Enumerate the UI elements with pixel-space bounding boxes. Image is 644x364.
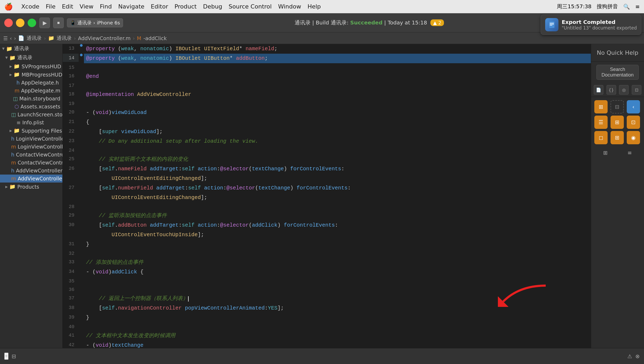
inspector-tab-code[interactable]: {} (607, 85, 616, 95)
stop-button[interactable]: ■ (53, 18, 64, 28)
widget-viewcontroller[interactable]: ⊞ (594, 100, 608, 113)
menu-window[interactable]: Window (278, 3, 301, 10)
warning-badge[interactable]: ▲ 2 (430, 19, 444, 26)
grid-view-icon[interactable]: ⊞ (603, 150, 608, 156)
breakpoint-circle[interactable] (79, 44, 84, 47)
code-line-33[interactable]: 33 // 添加按钮的点击事件 (63, 258, 591, 267)
sidebar-item-root[interactable]: ▼ 📁 通讯录 (0, 44, 62, 53)
widget-imageview[interactable]: ◉ (627, 131, 640, 144)
menu-edit[interactable]: Edit (62, 3, 73, 10)
scheme-selector[interactable]: 📱 通讯录 › iPhone 6s (67, 18, 123, 27)
code-line-16[interactable]: 16 @end (63, 72, 591, 81)
code-line-27a[interactable]: 27 [self.numberField addTarget:self acti… (63, 183, 591, 193)
sidebar-item-tongxunlu[interactable]: ▼ 📁 通讯录 (0, 53, 62, 62)
code-line-42[interactable]: 42 - (void)textChange (63, 341, 591, 348)
sidebar-toggle-icon[interactable]: ☰ (3, 35, 8, 41)
sidebar-item-supporting-files[interactable]: ▶ 📁 Supporting Files (0, 126, 62, 135)
menu-find[interactable]: Find (100, 3, 112, 10)
sidebar-item-assets[interactable]: ⬡ Assets.xcassets (0, 103, 62, 111)
menu-navigate[interactable]: Navigate (118, 3, 145, 10)
menubar-search-icon[interactable]: 🔍 (623, 3, 630, 10)
breadcrumb-method[interactable]: -addClick (143, 35, 167, 41)
menu-debug[interactable]: Debug (203, 3, 222, 10)
minimize-button[interactable] (16, 19, 24, 27)
list-view-icon[interactable]: ≡ (628, 150, 632, 156)
code-line-26b: UIControlEventEditingChanged]; (63, 174, 591, 183)
play-button[interactable]: ▶ (39, 18, 50, 28)
menu-source-control[interactable]: Source Control (229, 3, 272, 10)
breakpoint-circle[interactable] (79, 54, 84, 56)
svg-rect-1 (550, 23, 554, 23)
code-line-25[interactable]: 25 // 实时监听两个文本框的内容的变化 (63, 155, 591, 164)
code-line-14[interactable]: 14 @property (weak, nonatomic) IBOutlet … (63, 54, 591, 63)
code-line-41[interactable]: 41 // 文本框中文本发生改变的时候调用 (63, 331, 591, 341)
menu-view[interactable]: View (80, 3, 94, 10)
maximize-button[interactable] (28, 19, 36, 27)
sidebar: ▼ 📁 通讯录 ▼ 📁 通讯录 ▶ 📁 SVProgressHUD ▶ 📁 MB… (0, 44, 63, 348)
widget-button[interactable]: ⊞ (611, 131, 624, 144)
code-line-23[interactable]: 23 // Do any additional setup after load… (63, 137, 591, 146)
expand-icon: ▶ (10, 65, 12, 68)
sidebar-item-main-storyboard[interactable]: ◫ Main.storyboard (0, 95, 62, 103)
error-icon[interactable]: ⊗ (635, 353, 640, 359)
menu-help[interactable]: Help (307, 3, 321, 10)
sidebar-item-addvc-h[interactable]: h AddViewController.h (0, 167, 62, 175)
breadcrumb-root[interactable]: 通讯录 (27, 35, 42, 42)
inspector-tab-file[interactable]: 📄 (594, 85, 603, 95)
widget-collectionview[interactable]: ⊞ (611, 116, 624, 129)
close-button[interactable] (4, 19, 13, 27)
sidebar-label: 通讯录 (14, 45, 29, 52)
sidebar-item-launch-storyboard[interactable]: ◫ LaunchScreen.storyboard (0, 111, 62, 118)
nav-forward-icon[interactable]: › (14, 35, 16, 41)
widget-view[interactable]: ◻ (594, 131, 608, 144)
code-line-38[interactable]: 38 [self.navigationController popViewCon… (63, 303, 591, 313)
build-status: 通讯录 | Build 通讯录: Succeeded | Today at 15… (126, 19, 613, 26)
add-file-button[interactable]: + (4, 353, 9, 360)
device-name: iPhone 6s (97, 20, 120, 26)
widget-tableview[interactable]: ☰ (594, 116, 608, 129)
breadcrumb-file[interactable]: AddViewController.m (78, 35, 130, 41)
menu-xcode[interactable]: Xcode (21, 3, 39, 10)
code-editor[interactable]: 13 @property (weak, nonatomic) IBOutlet … (63, 44, 591, 348)
code-line-30a[interactable]: 30 [self.addButton addTarget:self action… (63, 221, 591, 230)
sidebar-item-products[interactable]: ▶ 📁 Products (0, 183, 62, 191)
widget-scrollview[interactable]: ⊡ (627, 116, 640, 129)
sidebar-item-appdelegate-h[interactable]: h AppDelegate.h (0, 79, 62, 87)
widget-back[interactable]: ‹ (627, 100, 640, 113)
sidebar-item-addvc-m[interactable]: m AddViewController.m (0, 175, 62, 183)
menu-file[interactable]: File (46, 3, 56, 10)
sidebar-item-contactvc-h[interactable]: h ContactViewController.h (0, 151, 62, 159)
code-line-29[interactable]: 29 // 监听添加按钮的点击事件 (63, 211, 591, 221)
sidebar-item-contactvc-m[interactable]: m ContactViewController.m (0, 159, 62, 167)
menu-editor[interactable]: Editor (151, 3, 168, 10)
sidebar-item-mbprogress[interactable]: ▶ 📁 MBProgressHUD (0, 70, 62, 79)
code-line-18[interactable]: 18 @implementation AddViewController (63, 90, 591, 99)
code-line-20[interactable]: 20 - (void)viewDidLoad (63, 108, 591, 117)
editor-content[interactable]: 13 @property (weak, nonatomic) IBOutlet … (63, 44, 591, 348)
search-documentation-button[interactable]: Search Documentation (596, 65, 639, 80)
code-text (84, 249, 591, 250)
menubar-input-method[interactable]: 搜狗拼音 (597, 3, 618, 10)
sidebar-item-appdelegate-m[interactable]: m AppDelegate.m (0, 87, 62, 95)
right-panel: No Quick Help Search Documentation 📄 {} … (591, 44, 644, 348)
widget-outline[interactable]: ⊟ (611, 100, 624, 113)
sidebar-item-svprogress[interactable]: ▶ 📁 SVProgressHUD (0, 62, 62, 70)
inspector-tab-size[interactable]: ⊡ (632, 85, 641, 95)
menubar-wifi-icon: ≡ (635, 3, 640, 10)
sidebar-item-infoplist[interactable]: ≡ Info.plist (0, 118, 62, 126)
code-line-13[interactable]: 13 @property (weak, nonatomic) IBOutlet … (63, 44, 591, 54)
sidebar-item-loginvc-h[interactable]: h LoginViewController.h (0, 135, 62, 143)
menu-product[interactable]: Product (175, 3, 197, 10)
viewcontroller-icon: ⊞ (599, 104, 603, 110)
inspector-tab-attributes[interactable]: ◎ (619, 85, 629, 95)
code-line-26a[interactable]: 26 [self.nameField addTarget:self action… (63, 164, 591, 174)
code-line-22[interactable]: 22 [super viewDidLoad]; (63, 127, 591, 137)
nav-back-icon[interactable]: ‹ (10, 35, 12, 41)
breadcrumb-folder[interactable]: 通讯录 (57, 35, 72, 42)
apple-menu[interactable]: 🍎 (4, 3, 13, 11)
filter-icon[interactable]: ⊟ (12, 353, 16, 359)
code-line-37[interactable]: 37 // 返回上一个控制器（联系人列表） (63, 294, 591, 303)
sidebar-item-loginvc-m[interactable]: m LoginViewController.m (0, 143, 62, 151)
warning-icon[interactable]: ⚠ (627, 353, 632, 359)
code-line-34[interactable]: 34 - (void)addClick { (63, 267, 591, 277)
